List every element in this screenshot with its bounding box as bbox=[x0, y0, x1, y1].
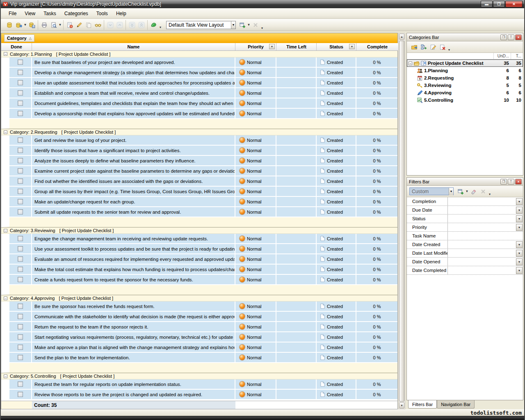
done-checkbox[interactable] bbox=[18, 324, 23, 329]
restore-panel-icon[interactable]: ❐ bbox=[500, 179, 507, 185]
new-subcategory-button[interactable] bbox=[419, 43, 428, 52]
task-row[interactable]: Have an update assessment toolkit that i… bbox=[1, 78, 397, 88]
scroll-up-arrow-icon[interactable]: ▲ bbox=[399, 34, 404, 40]
filter-value-field[interactable] bbox=[448, 258, 516, 266]
close-panel-icon[interactable]: x bbox=[515, 34, 522, 40]
done-checkbox[interactable] bbox=[18, 80, 23, 85]
filter-value-field[interactable] bbox=[448, 240, 516, 249]
eraser-button[interactable] bbox=[469, 187, 478, 196]
task-row[interactable]: Make the total cost estimate that explai… bbox=[1, 265, 397, 275]
category-group-header[interactable]: –Category: 1.Planning[ Project Update Ch… bbox=[1, 51, 397, 57]
task-row[interactable]: Submit all update requests to the senior… bbox=[1, 207, 397, 217]
minimize-button[interactable]: ▬ bbox=[481, 1, 493, 7]
delete-category-button[interactable] bbox=[438, 43, 447, 52]
done-checkbox[interactable] bbox=[18, 267, 23, 272]
menu-view[interactable]: View bbox=[21, 9, 39, 18]
filter-dropdown-button[interactable]: ▼ bbox=[516, 250, 523, 257]
toolbar-overflow-icon[interactable]: ▾ bbox=[158, 25, 162, 30]
done-checkbox[interactable] bbox=[18, 355, 23, 360]
filter-dropdown-button[interactable]: ▼ bbox=[516, 198, 523, 205]
done-checkbox[interactable] bbox=[18, 111, 23, 116]
filter-dropdown-button[interactable]: ▼ bbox=[516, 241, 523, 248]
filter-value-field[interactable] bbox=[448, 215, 516, 223]
tab-navigation-bar[interactable]: Navigation Bar bbox=[437, 400, 475, 409]
done-checkbox[interactable] bbox=[18, 345, 23, 350]
column-header-timeleft[interactable]: Time Left bbox=[276, 43, 317, 50]
chevron-down-icon[interactable]: ▼ bbox=[465, 189, 469, 193]
filter-value-field[interactable] bbox=[448, 249, 516, 257]
done-checkbox[interactable] bbox=[18, 70, 23, 75]
collapse-icon[interactable]: – bbox=[409, 62, 412, 65]
done-checkbox[interactable] bbox=[18, 236, 23, 241]
collapse-icon[interactable]: – bbox=[4, 297, 7, 300]
column-header-complete[interactable]: Complete bbox=[356, 43, 398, 50]
filter-value-field[interactable] bbox=[448, 266, 516, 274]
edit-task-button[interactable] bbox=[74, 21, 84, 30]
task-row[interactable]: Establish and compose a team that will r… bbox=[1, 88, 397, 98]
category-group-header[interactable]: –Category: 4.Approving[ Project Update C… bbox=[1, 295, 397, 301]
priority-filter-dropdown[interactable]: ▼ bbox=[269, 44, 275, 49]
pin-icon[interactable]: ⊤ bbox=[508, 179, 514, 185]
toolbar-overflow-icon[interactable]: ▾ bbox=[447, 48, 451, 52]
task-row[interactable]: Start negotiating various requirements (… bbox=[1, 332, 397, 342]
done-checkbox[interactable] bbox=[18, 59, 23, 65]
task-row[interactable]: Examine current project state against th… bbox=[1, 166, 397, 176]
restore-panel-icon[interactable]: ❐ bbox=[500, 34, 507, 40]
new-category-button[interactable] bbox=[409, 43, 419, 52]
done-checkbox[interactable] bbox=[18, 314, 23, 319]
apply-layout-button[interactable] bbox=[237, 21, 247, 30]
task-row[interactable]: Develop a sponsorship model that explain… bbox=[1, 109, 397, 119]
close-panel-icon[interactable]: x bbox=[515, 179, 522, 185]
done-checkbox[interactable] bbox=[18, 392, 23, 397]
done-checkbox[interactable] bbox=[18, 189, 23, 194]
task-row[interactable]: Be sure the sponsor has received the fun… bbox=[1, 301, 397, 312]
scrollbar-thumb[interactable] bbox=[399, 41, 404, 402]
collapse-icon[interactable]: – bbox=[4, 229, 7, 233]
task-row[interactable]: Make and approve a plan that is aligned … bbox=[1, 342, 397, 353]
menu-categories[interactable]: Categories bbox=[61, 9, 92, 18]
collapse-icon[interactable]: – bbox=[4, 374, 7, 378]
task-row[interactable]: Find out whether the identified issues a… bbox=[1, 176, 397, 187]
edit-category-button[interactable] bbox=[428, 43, 438, 52]
open-database-button[interactable] bbox=[14, 21, 23, 30]
task-row[interactable]: Evaluate an amount of resources required… bbox=[1, 254, 397, 265]
done-checkbox[interactable] bbox=[18, 168, 23, 173]
task-row[interactable]: Document guidelines, templates and check… bbox=[1, 98, 397, 109]
done-checkbox[interactable] bbox=[18, 209, 23, 215]
menu-tasks[interactable]: Tasks bbox=[40, 9, 60, 18]
scroll-down-arrow-icon[interactable]: ▼ bbox=[399, 402, 404, 409]
category-group-header[interactable]: –Category: 2.Requesting[ Project Update … bbox=[1, 129, 397, 135]
apply-filter-button[interactable] bbox=[456, 187, 465, 196]
column-header-priority[interactable]: Priority▼ bbox=[235, 43, 276, 50]
group-by-category-button[interactable]: Category △ bbox=[4, 34, 34, 42]
task-row[interactable]: Engage the change management team in rec… bbox=[1, 234, 397, 244]
move-down-button[interactable] bbox=[105, 21, 115, 30]
done-checkbox[interactable] bbox=[18, 178, 23, 184]
tree-item-project-update-checklist[interactable]: –Project Update Checklist3535 bbox=[407, 59, 523, 67]
done-checkbox[interactable] bbox=[18, 277, 23, 282]
task-row[interactable]: Group all the issues by their impact (e.… bbox=[1, 187, 397, 197]
tree-item-4-approving[interactable]: 4.Approving66 bbox=[407, 89, 523, 96]
undone-column-header[interactable]: UnD... bbox=[493, 53, 511, 59]
clear-x-button[interactable] bbox=[251, 21, 260, 30]
task-row[interactable]: Return the request to the team if the sp… bbox=[1, 322, 397, 332]
column-header-done[interactable]: Done bbox=[1, 43, 32, 50]
tree-item-1-planning[interactable]: 1.Planning66 bbox=[407, 67, 523, 74]
glasses-button[interactable] bbox=[93, 21, 103, 30]
chevron-down-icon[interactable]: ▼ bbox=[231, 21, 235, 29]
filter-dropdown-button[interactable]: ▼ bbox=[516, 224, 523, 231]
filter-value-field[interactable] bbox=[448, 223, 516, 231]
filter-preset-combobox[interactable]: Custom ▼ bbox=[409, 187, 454, 195]
chevron-down-icon[interactable]: ▼ bbox=[449, 188, 453, 195]
menu-help[interactable]: Help bbox=[112, 9, 130, 18]
filter-dropdown-button[interactable]: ▼ bbox=[516, 207, 523, 214]
print-button[interactable] bbox=[39, 21, 49, 30]
task-row[interactable]: Use your assessment toolkit to process u… bbox=[1, 244, 397, 254]
move-up-button[interactable] bbox=[115, 21, 124, 30]
done-checkbox[interactable] bbox=[18, 100, 23, 106]
filter-value-field[interactable] bbox=[448, 206, 516, 214]
chevron-down-icon[interactable]: ▼ bbox=[247, 23, 251, 27]
done-checkbox[interactable] bbox=[18, 381, 23, 387]
tab-filters-bar[interactable]: Filters Bar bbox=[408, 400, 437, 409]
toolbar-overflow-icon[interactable]: ▾ bbox=[260, 26, 264, 31]
